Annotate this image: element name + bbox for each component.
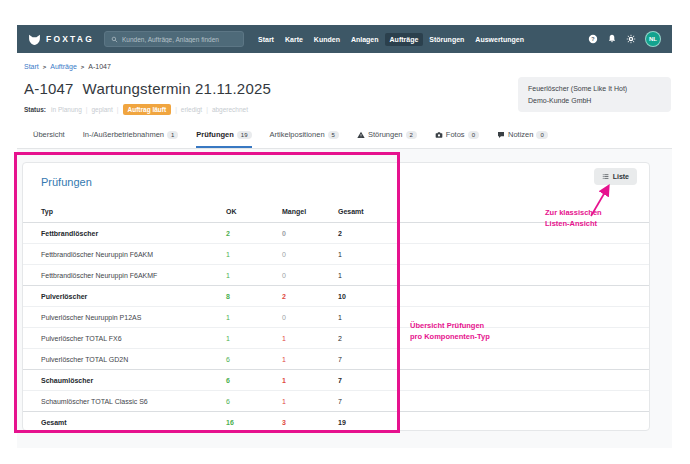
- breadcrumb: Start>Aufträge>A-1047: [24, 63, 111, 70]
- table-row-total: Gesamt16319: [23, 411, 649, 432]
- cell-gesamt: 1: [338, 314, 394, 321]
- breadcrumb-start[interactable]: Start: [24, 63, 39, 70]
- customer-info-box: Feuerlöscher (Some Like It Hot) Demo-Kun…: [518, 77, 671, 112]
- user-avatar[interactable]: NL: [645, 31, 661, 47]
- tab-label: In-/Außerbetriebnahmen: [83, 130, 164, 139]
- tab-pr-fungen[interactable]: Prüfungen19: [196, 127, 251, 148]
- svg-text:?: ?: [591, 36, 594, 42]
- table-row: Pulverlöscher TOTAL FX6112: [23, 327, 649, 348]
- cell-typ: Pulverlöscher TOTAL GD2N: [41, 356, 226, 363]
- breadcrumb-auftr-ge[interactable]: Aufträge: [50, 63, 76, 70]
- cell-gesamt: 19: [338, 419, 394, 426]
- column-header-mangel: Mangel: [282, 208, 338, 215]
- cell-mangel: 0: [282, 251, 338, 258]
- customer-name: Demo-Kunde GmbH: [528, 95, 661, 107]
- tab-count-badge: 1: [167, 131, 178, 139]
- cell-gesamt: 10: [338, 293, 394, 300]
- foxtag-fox-icon: [28, 33, 41, 46]
- nav-item-karte[interactable]: Karte: [280, 33, 308, 46]
- cell-ok: 6: [226, 356, 282, 363]
- cell-gesamt: 7: [338, 398, 394, 405]
- main-menu: StartKarteKundenAnlagenAufträgeStörungen…: [253, 33, 529, 46]
- tab-count-badge: 0: [468, 131, 479, 139]
- search-icon: [111, 36, 118, 43]
- status-steps: in Planung|geplant|Auftrag läuft|erledig…: [51, 104, 248, 115]
- cell-ok: 6: [226, 398, 282, 405]
- column-header-gesamt: Gesamt: [338, 208, 394, 215]
- customer-system: Feuerlöscher (Some Like It Hot): [528, 83, 661, 95]
- brand-logo[interactable]: FOXTAG: [28, 33, 94, 46]
- global-search[interactable]: [104, 31, 244, 47]
- breadcrumb-a-1047: A-1047: [88, 63, 111, 70]
- cell-mangel: 1: [282, 335, 338, 342]
- nav-item-auswertungen[interactable]: Auswertungen: [470, 33, 529, 46]
- cell-mangel: 1: [282, 377, 338, 384]
- status-separator: |: [86, 106, 88, 113]
- settings-gear-icon[interactable]: [626, 34, 636, 44]
- pruefungen-table: TypOKMangelGesamtFettbrandlöscher202Fett…: [23, 201, 649, 432]
- table-row: Fettbrandlöscher Neuruppin F6AKMF101: [23, 264, 649, 285]
- table-row: Pulverlöscher8210: [23, 285, 649, 306]
- list-button-label: Liste: [613, 173, 629, 180]
- table-row: Pulverlöscher TOTAL GD2N617: [23, 348, 649, 369]
- tab-bar: ÜbersichtIn-/Außerbetriebnahmen1Prüfunge…: [17, 127, 672, 149]
- nav-item-auftr-ge[interactable]: Aufträge: [385, 33, 424, 46]
- help-icon[interactable]: ?: [588, 34, 598, 44]
- cell-mangel: 1: [282, 356, 338, 363]
- tab-label: Artikelpositionen: [270, 130, 325, 139]
- cell-mangel: 0: [282, 314, 338, 321]
- nav-item-anlagen[interactable]: Anlagen: [346, 33, 384, 46]
- status-step-abgerechnet: abgerechnet: [212, 106, 248, 113]
- navbar-right-icons: ? NL: [588, 31, 661, 47]
- tab-count-badge: 2: [406, 131, 417, 139]
- tab-bersicht[interactable]: Übersicht: [33, 127, 65, 148]
- cell-ok: 1: [226, 335, 282, 342]
- note-icon: [497, 131, 505, 139]
- warning-icon: [357, 131, 365, 139]
- cell-mangel: 2: [282, 293, 338, 300]
- cell-ok: 8: [226, 293, 282, 300]
- tab-label: Fotos: [446, 130, 465, 139]
- search-input[interactable]: [122, 36, 237, 43]
- status-label: Status:: [24, 106, 46, 113]
- table-row: Schaumlöscher TOTAL Classic S6617: [23, 390, 649, 411]
- cell-gesamt: 7: [338, 356, 394, 363]
- tab-in-au-erbetriebnahmen[interactable]: In-/Außerbetriebnahmen1: [83, 127, 179, 148]
- table-row: Schaumlöscher617: [23, 369, 649, 390]
- pruefungen-card: Prüfungen Liste TypOKMangelGesamtFettbra…: [22, 162, 650, 431]
- status-step-erledigt: erledigt: [181, 106, 202, 113]
- list-view-button[interactable]: Liste: [594, 168, 637, 185]
- cell-typ: Fettbrandlöscher: [41, 230, 226, 237]
- tab-artikelpositionen[interactable]: Artikelpositionen5: [270, 127, 339, 148]
- cell-ok: 1: [226, 314, 282, 321]
- nav-item-start[interactable]: Start: [253, 33, 279, 46]
- tab-count-badge: 19: [237, 131, 252, 139]
- cell-typ: Pulverlöscher Neuruppin P12AS: [41, 314, 226, 321]
- status-separator: |: [117, 106, 119, 113]
- tab-count-badge: 0: [536, 131, 547, 139]
- cell-ok: 1: [226, 251, 282, 258]
- camera-icon: [435, 131, 443, 139]
- notifications-bell-icon[interactable]: [607, 34, 617, 44]
- cell-typ: Gesamt: [41, 419, 226, 426]
- tab-notizen[interactable]: Notizen0: [497, 127, 548, 148]
- cell-gesamt: 7: [338, 377, 394, 384]
- status-step-auftrag-l-uft: Auftrag läuft: [123, 104, 172, 115]
- column-header-ok: OK: [226, 208, 282, 215]
- tab-st-rungen[interactable]: Störungen2: [357, 127, 417, 148]
- cell-gesamt: 2: [338, 230, 394, 237]
- cell-typ: Fettbrandlöscher Neuruppin F6AKMF: [41, 272, 226, 279]
- cell-gesamt: 1: [338, 251, 394, 258]
- nav-item-kunden[interactable]: Kunden: [309, 33, 345, 46]
- tab-fotos[interactable]: Fotos0: [435, 127, 479, 148]
- cell-ok: 2: [226, 230, 282, 237]
- brand-name: FOXTAG: [46, 34, 94, 44]
- breadcrumb-separator: >: [81, 64, 85, 70]
- nav-item-st-rungen[interactable]: Störungen: [424, 33, 469, 46]
- card-title: Prüfungen: [41, 176, 92, 188]
- status-step-geplant: geplant: [91, 106, 112, 113]
- top-navbar: FOXTAG StartKarteKundenAnlagenAufträgeSt…: [17, 25, 672, 53]
- list-icon: [602, 173, 609, 180]
- cell-gesamt: 2: [338, 335, 394, 342]
- tab-label: Notizen: [508, 130, 533, 139]
